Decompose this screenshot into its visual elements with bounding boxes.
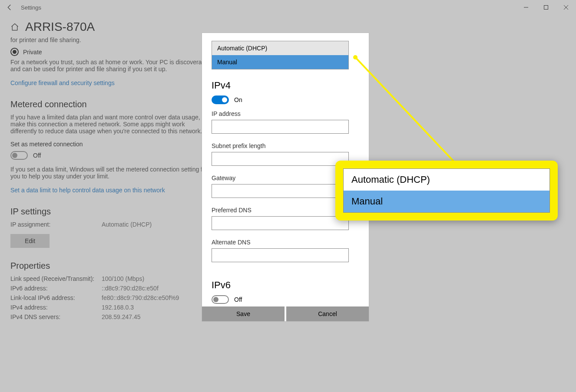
callout-box: Automatic (DHCP) Manual bbox=[335, 161, 558, 221]
ip-assignment-label: IP assignment: bbox=[10, 221, 102, 228]
radio-icon bbox=[10, 48, 19, 56]
data-limit-link[interactable]: Set a data limit to help control data us… bbox=[10, 187, 165, 194]
metered-toggle-state: Off bbox=[33, 152, 41, 159]
settings-page: Settings ARRIS-870A bbox=[0, 0, 576, 392]
radio-label: Private bbox=[23, 49, 42, 56]
svg-rect-1 bbox=[544, 6, 548, 10]
maximize-button[interactable] bbox=[536, 0, 556, 15]
alternate-dns-label: Alternate DNS bbox=[212, 239, 359, 246]
titlebar: Settings bbox=[0, 0, 576, 15]
ipv4-heading: IPv4 bbox=[212, 80, 359, 91]
firewall-link[interactable]: Configure firewall and security settings bbox=[10, 79, 115, 86]
close-button[interactable] bbox=[556, 0, 576, 15]
ip-edit-button[interactable]: Edit bbox=[10, 234, 50, 248]
ipv6-toggle[interactable] bbox=[212, 295, 229, 304]
home-icon[interactable] bbox=[10, 23, 19, 31]
cancel-button[interactable]: Cancel bbox=[286, 306, 369, 321]
metered-toggle[interactable] bbox=[10, 151, 28, 160]
dropdown-option-manual[interactable]: Manual bbox=[212, 55, 348, 69]
alternate-dns-input[interactable] bbox=[212, 248, 349, 262]
dropdown-option-auto[interactable]: Automatic (DHCP) bbox=[212, 41, 348, 55]
save-button[interactable]: Save bbox=[202, 306, 285, 321]
ipv4-toggle-state: On bbox=[234, 96, 242, 103]
ip-mode-dropdown[interactable]: Automatic (DHCP) Manual bbox=[212, 41, 349, 69]
ip-address-label: IP address bbox=[212, 110, 359, 117]
gateway-input[interactable] bbox=[212, 184, 349, 198]
private-description: For a network you trust, such as at home… bbox=[10, 59, 210, 72]
sharing-caption: for printer and file sharing. bbox=[10, 36, 210, 43]
preferred-dns-input[interactable] bbox=[212, 216, 349, 230]
subnet-input[interactable] bbox=[212, 152, 349, 166]
callout-option-auto: Automatic (DHCP) bbox=[344, 169, 550, 191]
subnet-label: Subnet prefix length bbox=[212, 142, 359, 149]
ipv6-toggle-state: Off bbox=[234, 296, 242, 303]
ipv6-heading: IPv6 bbox=[212, 280, 359, 291]
metered-description: If you have a limited data plan and want… bbox=[10, 114, 210, 135]
back-button[interactable] bbox=[0, 0, 19, 15]
callout-option-manual: Manual bbox=[344, 191, 550, 212]
ip-assignment-value: Automatic (DHCP) bbox=[102, 221, 152, 228]
ip-address-input[interactable] bbox=[212, 120, 349, 134]
metered-limit-description: If you set a data limit, Windows will se… bbox=[10, 166, 210, 180]
page-title: ARRIS-870A bbox=[25, 20, 95, 34]
window-title: Settings bbox=[21, 4, 41, 11]
ipv4-toggle[interactable] bbox=[212, 96, 229, 104]
minimize-button[interactable] bbox=[516, 0, 536, 15]
